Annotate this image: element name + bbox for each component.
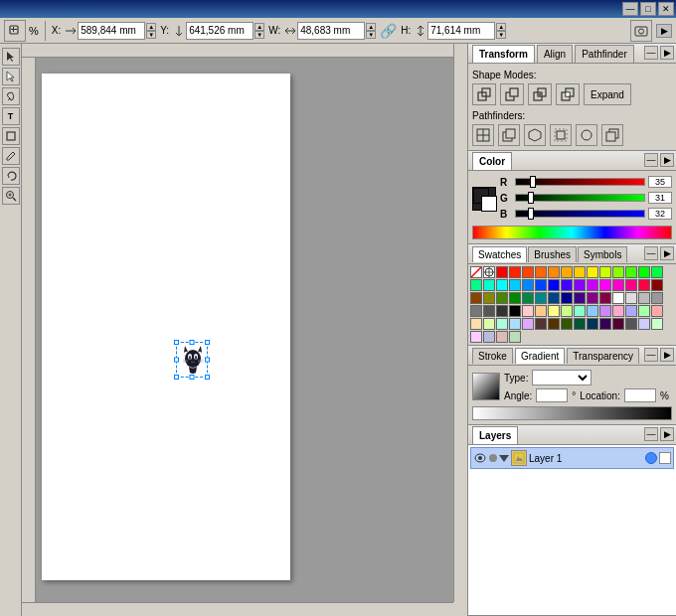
y-input[interactable]: 641,526 mm — [186, 22, 254, 40]
handle-br[interactable] — [205, 375, 210, 380]
swatch-item[interactable] — [483, 318, 495, 330]
color-swatch-box[interactable] — [472, 187, 496, 211]
swatch-item[interactable] — [470, 292, 482, 304]
layers-panel-menu[interactable]: ▶ — [660, 427, 674, 441]
swatch-item[interactable] — [587, 305, 598, 317]
w-input[interactable]: 48,683 mm — [297, 22, 365, 40]
swatch-item[interactable] — [625, 279, 637, 291]
swatch-item[interactable] — [483, 279, 495, 291]
swatch-item[interactable] — [612, 292, 624, 304]
swatch-item[interactable] — [470, 318, 482, 330]
gradient-panel-menu[interactable]: ▶ — [660, 348, 674, 362]
b-thumb[interactable] — [528, 208, 534, 220]
minus-front-btn[interactable] — [500, 83, 524, 105]
swatch-item[interactable] — [535, 318, 547, 330]
swatch-item[interactable] — [496, 331, 508, 343]
swatch-item[interactable] — [612, 305, 624, 317]
color-panel-menu[interactable]: ▶ — [660, 153, 674, 167]
swatch-item[interactable] — [638, 266, 650, 278]
brush-tool[interactable] — [2, 147, 20, 165]
swatch-item[interactable] — [548, 305, 560, 317]
y-spin-up[interactable]: ▲ — [254, 23, 264, 31]
h-input[interactable]: 71,614 mm — [427, 22, 495, 40]
swatch-item[interactable] — [599, 305, 611, 317]
x-spin-up[interactable]: ▲ — [146, 23, 156, 31]
expand-toolbar-button[interactable]: ▶ — [656, 24, 672, 38]
rect-tool[interactable] — [2, 127, 20, 145]
swatch-item[interactable] — [548, 266, 560, 278]
swatch-item[interactable] — [587, 279, 598, 291]
close-button[interactable]: ✕ — [658, 2, 674, 16]
swatch-item[interactable] — [496, 266, 508, 278]
swatch-item[interactable] — [638, 318, 650, 330]
zoom-icon-box[interactable] — [4, 20, 26, 42]
divide-btn[interactable] — [472, 124, 494, 146]
swatch-item[interactable] — [535, 279, 547, 291]
x-input[interactable]: 589,844 mm — [78, 22, 145, 40]
w-spin-up[interactable]: ▲ — [366, 23, 376, 31]
handle-bm[interactable] — [190, 375, 195, 380]
minimize-button[interactable]: — — [622, 2, 638, 16]
h-spin-down[interactable]: ▼ — [496, 31, 506, 39]
swatch-item[interactable] — [548, 292, 560, 304]
swatch-item[interactable] — [496, 279, 508, 291]
swatch-item[interactable] — [509, 318, 521, 330]
x-spin-down[interactable]: ▼ — [146, 31, 156, 39]
minus-back-btn[interactable] — [601, 124, 623, 146]
swatch-item[interactable] — [509, 266, 521, 278]
transform-panel-menu[interactable]: ▶ — [660, 46, 674, 60]
swatch-item[interactable] — [612, 318, 624, 330]
vertical-scrollbar[interactable] — [453, 44, 467, 602]
zoom-canvas-tool[interactable] — [2, 187, 20, 205]
tab-layers[interactable]: Layers — [472, 426, 518, 444]
swatch-item[interactable] — [561, 305, 573, 317]
swatch-item[interactable] — [625, 266, 637, 278]
angle-input[interactable] — [536, 388, 568, 402]
layer-row-1[interactable]: Layer 1 — [470, 447, 674, 469]
location-input[interactable] — [624, 388, 656, 402]
gradient-type-select[interactable]: Linear Radial — [532, 370, 592, 385]
swatch-item[interactable] — [638, 279, 650, 291]
swatch-item[interactable] — [470, 279, 482, 291]
tab-transparency[interactable]: Transparency — [567, 348, 639, 364]
swatch-item[interactable] — [522, 279, 534, 291]
swatch-item[interactable] — [522, 266, 534, 278]
expand-button[interactable]: Expand — [584, 83, 631, 105]
merge-btn[interactable] — [524, 124, 546, 146]
selected-object[interactable] — [176, 342, 208, 378]
transform-panel-close[interactable]: — — [644, 46, 658, 60]
swatch-item[interactable] — [599, 279, 611, 291]
tab-gradient[interactable]: Gradient — [515, 348, 565, 364]
handle-bl[interactable] — [174, 375, 179, 380]
g-slider[interactable] — [515, 194, 645, 202]
swatch-item[interactable] — [535, 305, 547, 317]
gradient-bar[interactable] — [472, 406, 672, 420]
swatches-panel-close[interactable]: — — [644, 246, 658, 260]
swatch-item[interactable] — [509, 279, 521, 291]
select-tool[interactable] — [2, 48, 20, 66]
layer-target-btn[interactable] — [645, 452, 657, 464]
swatch-item[interactable] — [625, 292, 637, 304]
swatch-item[interactable] — [574, 279, 586, 291]
swatch-item[interactable] — [561, 292, 573, 304]
swatch-item[interactable] — [625, 305, 637, 317]
unite-btn[interactable] — [472, 83, 496, 105]
exclude-btn[interactable] — [556, 83, 580, 105]
swatch-item[interactable] — [535, 292, 547, 304]
tab-color[interactable]: Color — [472, 152, 512, 170]
b-slider[interactable] — [515, 210, 645, 218]
swatch-item[interactable] — [496, 318, 508, 330]
swatch-item[interactable] — [509, 331, 521, 343]
swatch-item[interactable] — [496, 292, 508, 304]
canvas-area[interactable] — [22, 44, 467, 616]
layer-expand-arrow[interactable] — [499, 455, 509, 462]
crop-btn[interactable] — [550, 124, 572, 146]
swatch-item[interactable] — [483, 331, 495, 343]
gradient-panel-close[interactable]: — — [644, 348, 658, 362]
tab-symbols[interactable]: Symbols — [578, 246, 627, 262]
maximize-button[interactable]: □ — [640, 2, 656, 16]
swatch-item[interactable] — [509, 292, 521, 304]
y-spin-down[interactable]: ▼ — [254, 31, 264, 39]
r-slider[interactable] — [515, 178, 645, 186]
swatch-item[interactable] — [574, 318, 586, 330]
